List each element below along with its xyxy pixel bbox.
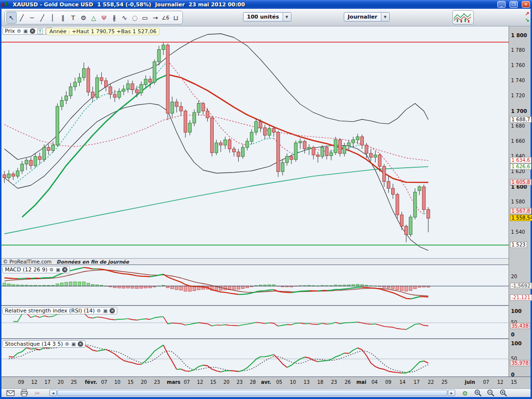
window-icon[interactable]: ▣ [71,341,76,347]
close-panel-icon[interactable]: × [62,267,67,272]
time-tick-label: avr. [261,379,271,385]
settings-icon[interactable]: ⚙ [97,308,101,313]
restore-button[interactable]: ❐ [510,1,518,8]
freehand-tool[interactable]: ∿ [119,12,130,23]
chart-style-button[interactable] [452,10,474,24]
time-tick-label: 18 [317,379,324,385]
buy-arrow-icon[interactable]: ↑ [37,28,43,34]
price-value-label: 1 626,6 [510,163,532,170]
price-tick-label: 1 660 [511,138,525,144]
title-bar[interactable]: XAUUSD - Gold Ounce USD 1 558,54 (-0,58%… [0,0,532,9]
price-tick-label: 1 540 [511,229,525,235]
fibonacci-fan-tool[interactable]: ∠6 [160,12,171,23]
rsi-panel-header: Relative strength index (RSI) (14) ⚙ ▣ × [2,307,117,314]
vertical-line-tool[interactable]: │ [47,12,58,23]
time-tick-label: 23 [154,379,160,385]
price-tick-label: 1 580 [511,199,525,204]
title-change-pct: (-0,58%) [125,1,151,8]
main-toolbar: ↖╱─╱│∥T⚙△Ψ∦∿◌▭→∠6⊔ 100 unités ▼ Journali… [1,9,531,26]
segment-tool[interactable]: ╱ [17,12,27,23]
chevron-down-icon[interactable]: ▼ [283,13,291,21]
svg-text:⚙: ⚙ [462,390,468,397]
minimize-button[interactable]: _ [497,1,506,8]
bottom-toolbar: ✂ ◀ ▶ ⚙ [1,388,531,397]
units-select[interactable]: 100 unités ▼ [243,12,291,22]
display-settings-icon[interactable]: ⚙ [461,389,470,397]
settings-icon[interactable]: ⚙ [65,341,69,347]
chart-canvas[interactable] [1,26,531,388]
zoom-out-icon[interactable] [487,389,495,397]
scrollbar-thumb[interactable] [57,390,447,396]
rsi-panel-title: Relative strength index (RSI) (14) [5,308,95,314]
time-tick-label: 20 [141,379,147,385]
arrow-tool[interactable]: → [150,12,160,23]
window-title-datetime: 23 mai 2012 00:00 [189,1,245,8]
trendline-tool[interactable]: ╱ [37,12,47,23]
time-tick-label: mars [167,379,180,385]
scroll-left-button[interactable]: ◀ [49,390,57,396]
price-tick-label: 1 760 [511,63,525,68]
drawing-toolbar: ↖╱─╱│∥T⚙△Ψ∦∿◌▭→∠6⊔ [4,11,183,24]
time-tick-label: 25 [442,379,448,385]
window-title-timeframe: Journalier [155,1,185,8]
delete-drawings-tool[interactable]: ⊔ [171,12,181,23]
close-panel-icon[interactable]: × [30,28,35,34]
print-icon[interactable] [20,389,29,397]
close-panel-icon[interactable]: × [110,308,115,313]
time-tick-label: 28 [250,379,256,385]
close-button[interactable]: ✕ [522,1,530,8]
window-icon[interactable]: ▣ [103,308,108,313]
zoom-fit-icon[interactable] [474,389,483,397]
time-tick-label: juin [465,379,475,385]
zone-select-tool[interactable]: ▭ [140,12,150,23]
macd-value-label: -1,5692 [510,283,532,289]
time-tick-label: 15 [210,379,217,385]
timeframe-select[interactable]: Journalier ▼ [344,12,390,22]
settings-icon[interactable]: ⚙ [49,267,54,272]
time-tick-label: 23 [237,379,243,385]
parallel-lines-tool[interactable]: ∥ [58,12,68,23]
time-tick-label: 23 [331,379,337,385]
title-last-price: 1 558,54 [97,1,124,8]
settings-icon[interactable]: ⚙ [17,28,22,34]
price-value-label: 1 634,6 [510,157,532,163]
year-high-low-info: Année : +Haut 1 790,75 +Bas 1 527,06 [46,28,159,35]
pitchfork-tool[interactable]: Ψ [99,12,109,23]
text-tool[interactable]: T [68,12,78,23]
window-title-price: 1 558,54 (-0,58%) [97,1,152,8]
macd-value-label: -21,121 [510,294,532,301]
time-tick-label: 20 [223,379,230,385]
time-tick-label: 22 [428,379,434,385]
time-tick-label: févr. [85,379,97,385]
window-icon[interactable]: ▣ [56,267,60,272]
horizontal-line-tool[interactable]: ─ [27,12,37,23]
chevron-down-icon[interactable]: ▼ [381,13,389,21]
time-scrollbar[interactable]: ◀ ▶ [49,390,455,396]
time-tick-label: 05 [276,379,283,385]
chart-style-icon [453,11,473,24]
email-icon[interactable] [6,389,15,397]
cut-icon[interactable]: ✂ [34,389,43,397]
price-tick-label: 1 680 [511,123,525,129]
macd-tick-label: 20 [511,274,517,279]
pointer-tool[interactable]: ↖ [6,12,17,23]
drawing-settings-tool[interactable]: ⚙ [78,12,89,23]
scroll-right-button[interactable]: ▶ [448,390,455,396]
time-tick-label: mai [356,379,367,385]
time-tick-label: 07 [184,379,190,385]
triangle-pattern-tool[interactable]: △ [89,12,99,23]
time-tick-label: 09 [18,379,24,385]
svg-text:✂: ✂ [35,390,40,397]
lasso-tool[interactable]: ◌ [130,12,140,23]
zoom-in-icon[interactable] [499,389,508,397]
close-panel-icon[interactable]: × [78,341,83,347]
price-movement-icon[interactable]: ↗ ↘ [524,11,531,24]
time-tick-label: 14 [399,379,406,385]
channel-tool[interactable]: ∦ [109,12,119,23]
price-tick-label: 1 780 [511,47,525,53]
window-icon[interactable]: ▣ [23,28,28,34]
time-tick-label: 04 [372,379,378,385]
time-tick-label: 17 [414,379,420,385]
stoch-panel-header: Stochastique (14 3 5) ⚙ ▣ × [2,340,86,348]
time-tick-label: 07 [483,379,489,385]
